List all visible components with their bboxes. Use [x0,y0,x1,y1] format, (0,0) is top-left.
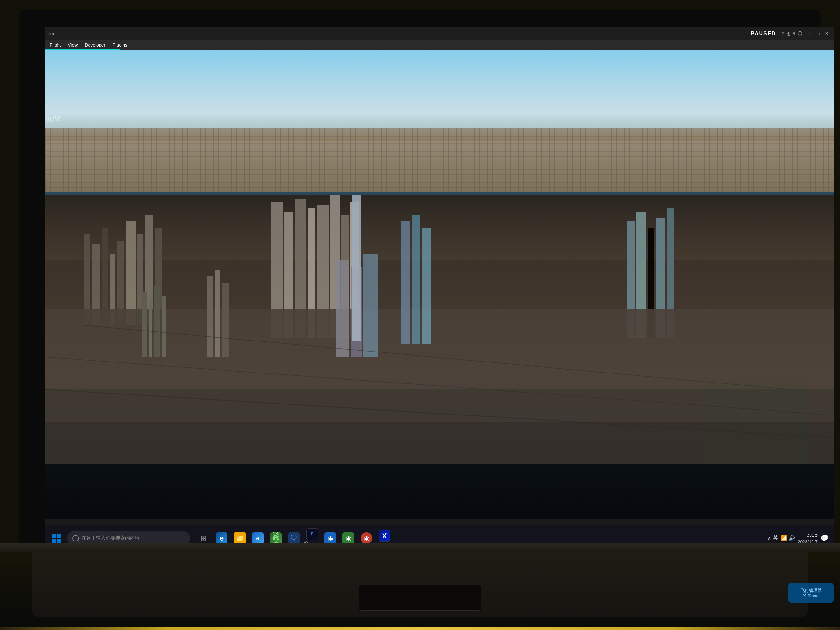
screen-bezel: em PAUSED ⊕ ◎ ⊛ ⓘ — □ ✕ [19,10,821,553]
status-icon-4: ⓘ [798,31,802,36]
svg-rect-24 [142,292,147,357]
watermark-line2: X-Plane [803,594,819,598]
screen-content: em PAUSED ⊕ ◎ ⊛ ⓘ — □ ✕ [45,27,834,551]
window-title: em [48,31,54,36]
minimize-button[interactable]: — [807,31,813,36]
keyboard-area [32,553,808,617]
sys-tray-icons: ∧ 英 [767,535,778,542]
main-viewport: light [45,50,834,518]
wifi-icon: 📶 [781,535,787,541]
status-icon-1: ⊕ [781,32,785,36]
windows-logo [52,534,61,543]
svg-rect-26 [154,286,159,357]
maximize-button[interactable]: □ [815,31,821,36]
svg-rect-30 [222,283,229,357]
svg-rect-28 [207,276,213,357]
menu-view[interactable]: View [65,41,81,49]
laptop-hinge [0,543,840,553]
svg-rect-25 [148,299,153,357]
status-icon-2: ◎ [787,32,790,36]
menu-bar: Flight View Developer Plugins [45,40,834,50]
svg-rect-33 [363,254,378,357]
close-button[interactable]: ✕ [824,31,830,36]
quick-settings: 📶 🔊 [781,535,795,541]
title-bar-right: PAUSED ⊕ ◎ ⊛ ⓘ — □ ✕ [751,31,834,36]
svg-rect-31 [336,260,349,357]
clock-time: 3:05 [798,532,818,539]
laptop-bottom [0,543,840,630]
chat-notification-button[interactable]: 💬 [820,534,828,542]
svg-rect-36 [401,221,410,344]
svg-rect-29 [215,270,220,357]
search-icon [73,535,79,542]
title-bar-left: em [45,31,54,36]
svg-rect-34 [352,196,361,341]
watermark: 飞行管理器 X-Plane [788,583,834,603]
chevron-up-icon[interactable]: ∧ [767,535,771,541]
svg-rect-27 [161,295,166,357]
volume-icon: 🔊 [789,535,795,541]
notification-dot [825,535,828,538]
paused-status: PAUSED [751,31,776,36]
status-icons-group: ⊕ ◎ ⊛ ⓘ [781,31,802,36]
svg-rect-37 [412,215,420,344]
keyboard-icon: 英 [773,535,778,542]
menu-flight[interactable]: Flight [47,41,64,49]
window-controls: — □ ✕ [807,31,830,36]
search-placeholder-text: 在这里输入你要搜索的内容 [81,535,140,541]
gold-bottom-edge [0,627,840,630]
trackpad[interactable] [358,585,482,611]
svg-rect-38 [422,228,431,344]
laptop-frame: em PAUSED ⊕ ◎ ⊛ ⓘ — □ ✕ [0,0,840,630]
status-icon-3: ⊛ [792,32,796,36]
title-bar: em PAUSED ⊕ ◎ ⊛ ⓘ — □ ✕ [45,27,834,40]
watermark-line1: 飞行管理器 [801,588,822,594]
menu-plugins[interactable]: Plugins [109,41,131,49]
harbor-foreground [45,464,834,518]
menu-developer[interactable]: Developer [81,41,109,49]
